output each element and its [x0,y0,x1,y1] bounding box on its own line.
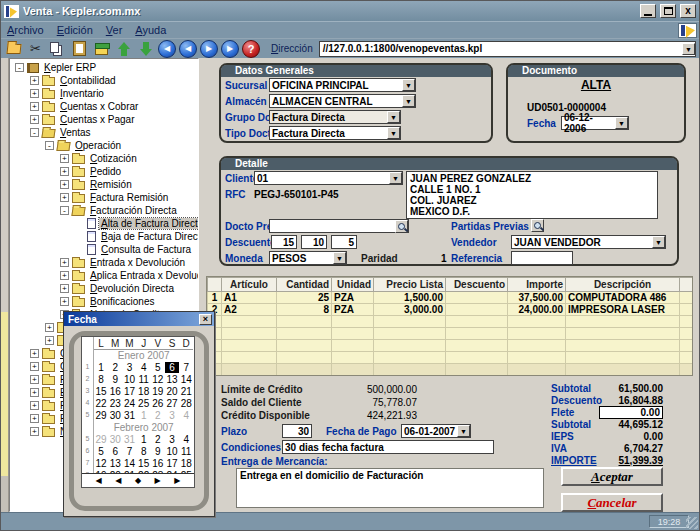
calendar-day[interactable]: 8 [137,446,151,457]
calendar-day[interactable]: 3 [122,362,136,373]
cal-next-year-icon[interactable]: ▶ [174,476,180,485]
calendar-day[interactable]: 17 [165,458,179,469]
grid-column-header[interactable]: Descuento [446,278,508,292]
calendar-day[interactable]: 29 [94,410,108,421]
docto-previo-input[interactable] [269,219,409,233]
grid-cell-descuento[interactable] [446,292,508,304]
tree-expander-icon[interactable]: + [30,115,39,124]
grid-cell-empty[interactable] [566,328,680,340]
tree-item-inventario[interactable]: +Inventario [12,87,198,100]
calendar-day[interactable]: 1 [94,362,108,373]
grid-cell-empty[interactable] [332,340,374,352]
tree-expander-icon[interactable]: + [45,323,54,332]
calendar-day[interactable]: 2 [108,362,122,373]
calendar-day[interactable]: 9 [151,446,165,457]
calendar-day[interactable]: 5 [151,362,165,373]
chevron-down-icon[interactable]: ▼ [615,117,628,129]
tree-expander-icon[interactable]: + [30,375,39,384]
tree-expander-icon[interactable]: - [60,206,69,215]
tree-item-kepler-erp[interactable]: -Kepler ERP [12,61,198,74]
calendar-day[interactable]: 13 [165,374,179,385]
tree-item-devolucion-directa[interactable]: +Devolución Directa [12,282,198,295]
grid-column-header[interactable]: Descripción [566,278,680,292]
dock-strip[interactable] [1,58,9,512]
tree-item-alta-de-factura-directa[interactable]: Alta de Factura Directa [12,217,198,230]
tree-expander-icon[interactable]: + [30,102,39,111]
grid-cell-empty[interactable] [446,340,508,352]
calendar-day[interactable]: 30 [108,434,122,445]
calendar-day[interactable]: 16 [108,386,122,397]
address-input[interactable]: //127.0.0.1:1800/venopeventas.kpl ▼ [319,41,696,57]
grid-cell-empty[interactable] [332,328,374,340]
grid-cell-empty[interactable] [680,352,694,364]
nav-last-icon[interactable]: ▶ [221,40,239,58]
nav-prev-icon[interactable]: ◀ [179,40,197,58]
grid-cell-empty[interactable] [222,328,277,340]
tree-expander-icon[interactable]: + [60,297,69,306]
calendar-day[interactable]: 30 [108,410,122,421]
grid-cell-empty[interactable] [566,340,680,352]
calendar-day[interactable]: 27 [165,398,179,409]
grid-cell-descripcion[interactable]: COMPUTADORA 486 [566,292,680,304]
calendar-day[interactable]: 24 [122,398,136,409]
cut-icon[interactable]: ✂ [26,40,45,58]
calendar-day[interactable]: 23 [108,398,122,409]
move-down-icon[interactable] [136,40,155,58]
tree-item-contabilidad[interactable]: +Contabilidad [12,74,198,87]
calendar-day[interactable]: 1 [137,410,151,421]
grid-cell-empty[interactable] [508,352,566,364]
nav-first-icon[interactable]: ◀ [158,40,176,58]
chevron-down-icon[interactable]: ▼ [457,425,470,437]
calendar-day[interactable]: 25 [137,398,151,409]
calendar-day[interactable]: 20 [165,386,179,397]
grid-empty-row[interactable] [208,352,694,364]
move-up-icon[interactable] [114,40,133,58]
tree-item-entrada-x-devolucion[interactable]: +Entrada x Devolución [12,256,198,269]
maximize-button[interactable] [660,4,676,18]
grid-column-header[interactable]: Cantidad [277,278,332,292]
grid-cell-no[interactable]: 1 [208,292,222,304]
descuento-3-input[interactable]: 5 [331,235,357,249]
calendar-day[interactable]: 18 [137,386,151,397]
calendar-day[interactable]: 10 [122,374,136,385]
grid-cell-precio[interactable]: 3,000.00 [374,304,446,316]
calendar-day[interactable]: 1 [137,434,151,445]
calendar-day[interactable]: 18 [179,458,193,469]
descuento-1-input[interactable]: 15 [271,235,297,249]
grid-column-header[interactable]: Unidad [332,278,374,292]
resize-grip-icon[interactable] [686,517,698,529]
menu-edicion[interactable]: Edición [57,24,93,36]
calendar-day[interactable]: 17 [122,386,136,397]
partidas-previas-search-icon[interactable] [531,219,544,232]
grid-empty-row[interactable] [208,328,694,340]
tree-expander-icon[interactable]: + [60,193,69,202]
chevron-down-icon[interactable]: ▼ [389,172,402,184]
total-value-input[interactable]: 0.00 [599,406,663,419]
grid-cell-articulo[interactable]: A2 [222,304,277,316]
grid-cell-empty[interactable] [508,340,566,352]
fecha-close-icon[interactable]: × [199,314,212,325]
calendar-day[interactable]: 21 [179,386,193,397]
grid-cell-empty[interactable] [680,340,694,352]
calendar-day[interactable]: 12 [94,458,108,469]
grid-cell-empty[interactable] [222,352,277,364]
tree-item-ventas[interactable]: -Ventas [12,126,198,139]
grid-cell-empty[interactable] [374,352,446,364]
calendar-day[interactable]: 3 [165,434,179,445]
calendar-day[interactable]: 3 [165,410,179,421]
calendar-day[interactable]: 22 [94,398,108,409]
menu-ver[interactable]: Ver [106,24,123,36]
chevron-down-icon[interactable]: ▼ [402,95,415,107]
tree-expander-icon[interactable]: - [45,141,54,150]
calendar-day[interactable]: 15 [94,386,108,397]
grid-cell-empty[interactable] [277,340,332,352]
tree-expander-icon[interactable]: + [60,180,69,189]
cliente-select[interactable]: 01▼ [254,171,403,185]
calendar-day[interactable]: 7 [122,446,136,457]
tree-item-facturacion-directa[interactable]: -Facturación Directa [12,204,198,217]
tree-expander-icon[interactable]: + [30,76,39,85]
grid-cell-precio[interactable]: 1,500.00 [374,292,446,304]
cal-today-icon[interactable]: ◆ [135,476,141,485]
tree-expander-icon[interactable]: + [60,154,69,163]
tree-item-cuentas-x-cobrar[interactable]: +Cuentas x Cobrar [12,100,198,113]
